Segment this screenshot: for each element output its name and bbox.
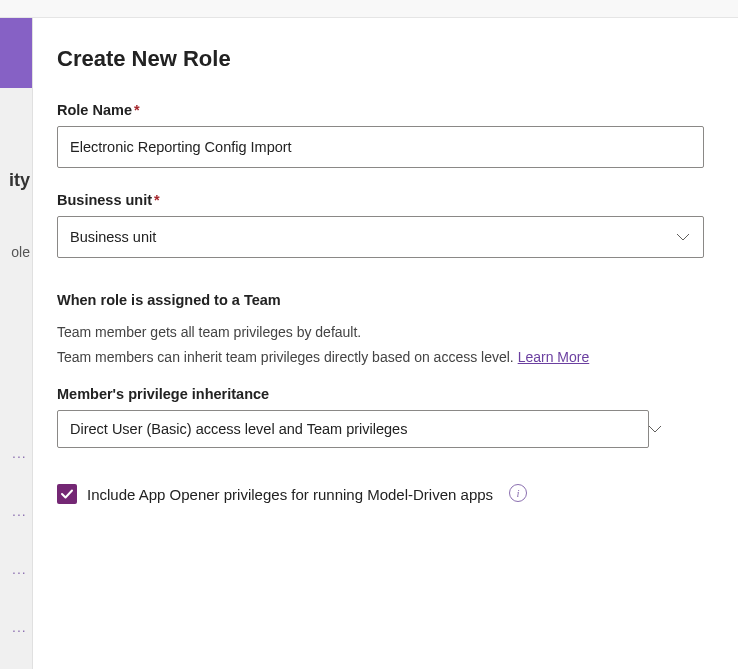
include-app-opener-checkbox[interactable] (57, 484, 77, 504)
left-nav-divider: ··· (12, 506, 27, 522)
panel-title: Create New Role (57, 46, 704, 72)
create-role-panel: Create New Role Role Name* Business unit… (32, 18, 738, 669)
include-app-opener-row: Include App Opener privileges for runnin… (57, 484, 704, 504)
chevron-down-icon (648, 425, 662, 433)
left-nav-peek-1: ity (0, 170, 30, 191)
team-description-2: Team members can inherit team privileges… (57, 347, 704, 368)
include-app-opener-label: Include App Opener privileges for runnin… (87, 486, 493, 503)
team-section-heading: When role is assigned to a Team (57, 292, 704, 308)
team-description-1: Team member gets all team privileges by … (57, 322, 704, 343)
left-nav-divider: ··· (12, 448, 27, 464)
role-name-input[interactable] (57, 126, 704, 168)
info-icon[interactable]: i (509, 484, 527, 502)
inheritance-value: Direct User (Basic) access level and Tea… (70, 421, 407, 437)
business-unit-select[interactable]: Business unit (57, 216, 704, 258)
top-bar (0, 0, 738, 18)
business-unit-label: Business unit* (57, 192, 704, 208)
business-unit-value: Business unit (70, 229, 156, 245)
inheritance-label: Member's privilege inheritance (57, 386, 704, 402)
required-indicator: * (134, 102, 140, 118)
left-accent (0, 18, 32, 88)
left-nav-divider: ··· (12, 622, 27, 638)
learn-more-link[interactable]: Learn More (518, 349, 590, 365)
role-name-label: Role Name* (57, 102, 704, 118)
inheritance-select[interactable]: Direct User (Basic) access level and Tea… (57, 410, 704, 448)
left-nav-peek-2: ole (0, 244, 30, 260)
required-indicator: * (154, 192, 160, 208)
left-nav-divider: ··· (12, 564, 27, 580)
